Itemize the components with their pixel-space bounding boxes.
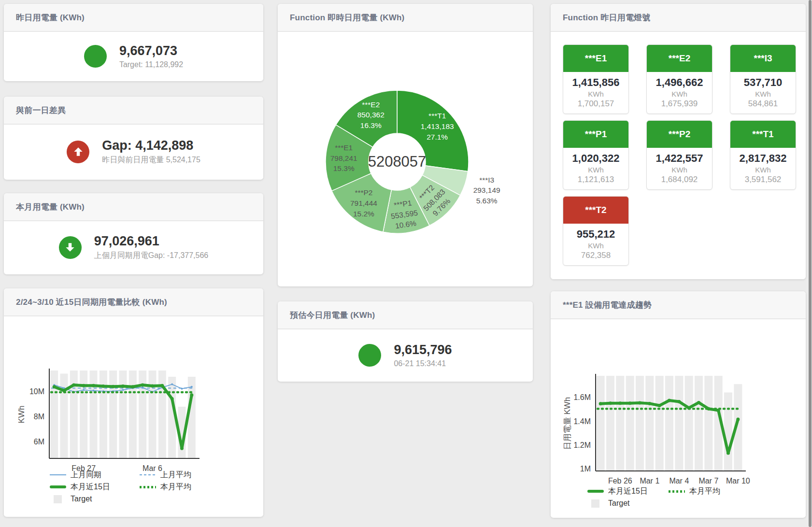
- panel-header: 本月用電量 (KWh): [4, 193, 263, 221]
- target-bar: [158, 370, 166, 458]
- x-tick-label: Mar 7: [698, 477, 718, 485]
- target-bar: [626, 376, 634, 471]
- donut-slice-label: ***E1798,24115.3%: [330, 142, 357, 174]
- compare15-trend-chart[interactable]: 6M8M10MFeb 27Mar 6KWh上月同期上月平均本月近15日本月平均T…: [4, 316, 263, 516]
- legend-label: Target: [71, 495, 92, 503]
- data-point: [83, 389, 85, 391]
- stat-value: 9,615,796: [394, 342, 452, 357]
- tile-body: 537,710KWh584,861: [730, 72, 796, 109]
- target-bar: [645, 376, 654, 471]
- tile-label-badge: ***I3: [730, 45, 796, 72]
- tile-body: 1,415,856KWh1,700,157: [563, 72, 628, 109]
- legend-label: 上月平均: [160, 470, 191, 480]
- legend-swatch-line-thick-icon: [587, 487, 604, 496]
- tile-unit: KWh: [563, 242, 628, 250]
- panel-header: 昨日用電量 (KWh): [4, 4, 263, 32]
- target-bar: [655, 376, 664, 471]
- legend-swatch-dots-icon: [669, 487, 685, 496]
- legend-item[interactable]: 本月平均: [669, 486, 720, 496]
- tile-label-badge: ***E2: [647, 45, 712, 72]
- data-point: [92, 384, 95, 387]
- panel-yesterday-lights: Function 昨日用電燈號 ***E11,415,856KWh1,700,1…: [551, 4, 806, 279]
- legend-swatch-dash-icon: [140, 470, 156, 479]
- vertical-scrollbar[interactable]: [809, 0, 812, 527]
- y-tick-label: 1.4M: [573, 417, 591, 426]
- x-tick-label: Mar 4: [669, 477, 689, 485]
- y-tick-label: 10M: [29, 387, 44, 396]
- status-circle-icon: [84, 45, 107, 68]
- tile-target-value: 3,591,562: [730, 175, 796, 185]
- legend-item[interactable]: 本月平均: [140, 482, 191, 492]
- light-tile: ***E11,415,856KWh1,700,157: [563, 44, 629, 114]
- donut-slice-label: ***P2791,44415.2%: [350, 188, 377, 219]
- donut-slice-label: ***T11,413,18327.1%: [421, 111, 454, 142]
- tile-target-value: 1,675,939: [647, 99, 712, 109]
- data-point: [638, 401, 641, 404]
- panel-realtime-pie: Function 即時日用電量 (KWh) ***T11,413,18327.1…: [278, 4, 533, 286]
- legend-item[interactable]: 本月近15日: [587, 486, 669, 496]
- data-point: [658, 404, 661, 407]
- panel-compare15-chart: 2/24~3/10 近15日同期用電量比較 (KWh) 6M8M10MFeb 2…: [4, 288, 263, 517]
- dashboard: 昨日用電量 (KWh) 9,667,073 Target: 11,128,992…: [0, 0, 812, 527]
- tile-target-value: 762,358: [563, 251, 628, 260]
- legend-swatch-box-icon: [50, 495, 66, 503]
- data-point: [618, 401, 622, 405]
- legend-item[interactable]: Target: [50, 494, 140, 504]
- tile-target-value: 1,684,092: [647, 175, 712, 185]
- panel-yesterday-usage: 昨日用電量 (KWh) 9,667,073 Target: 11,128,992: [4, 4, 263, 81]
- panel-header: 與前一日差異: [4, 97, 263, 125]
- legend-label: Target: [608, 499, 629, 508]
- y-axis-label: KWh: [17, 406, 26, 424]
- target-bar: [636, 376, 644, 471]
- legend-item[interactable]: Target: [587, 499, 669, 508]
- tile-target-value: 1,700,157: [563, 99, 628, 109]
- data-point: [736, 417, 740, 421]
- tile-value: 537,710: [730, 76, 796, 89]
- e1-trend-chart[interactable]: 1M1.2M1.4M1.6MFeb 26Mar 1Mar 4Mar 7Mar 1…: [551, 319, 806, 517]
- tile-label-badge: ***T2: [563, 197, 628, 224]
- y-tick-label: 1.6M: [573, 393, 591, 401]
- data-point: [171, 384, 173, 385]
- tile-label-badge: ***P2: [647, 121, 712, 148]
- target-bar: [80, 370, 87, 458]
- panel-title: 與前一日差異: [16, 105, 66, 116]
- panel-gap-prev-day: 與前一日差異 Gap: 4,142,898 昨日與前日用電量 5,524,175: [4, 97, 263, 180]
- data-point: [190, 393, 193, 397]
- tile-unit: KWh: [730, 166, 796, 174]
- data-point: [131, 385, 134, 388]
- target-bar: [616, 376, 624, 471]
- data-point: [53, 385, 56, 388]
- panel-title: ***E1 設備用電達成趨勢: [563, 299, 652, 311]
- data-point: [180, 447, 184, 450]
- tile-body: 955,212KWh762,358: [563, 224, 628, 260]
- legend-swatch-line-thick-icon: [50, 483, 66, 491]
- legend-item[interactable]: 上月同期: [50, 470, 140, 480]
- legend-swatch-box-icon: [587, 499, 604, 508]
- data-point: [171, 397, 174, 400]
- tile-unit: KWh: [647, 166, 712, 174]
- tile-body: 1,496,662KWh1,675,939: [647, 72, 712, 109]
- panel-header: Function 即時日用電量 (KWh): [278, 4, 533, 32]
- target-bar: [60, 374, 68, 459]
- data-point: [122, 389, 124, 391]
- data-point: [160, 384, 164, 387]
- data-point: [101, 385, 105, 388]
- data-point: [677, 400, 681, 403]
- target-bar: [675, 376, 683, 471]
- donut-slice-label: ***I3293,1495.63%: [473, 175, 500, 206]
- data-point: [727, 452, 730, 455]
- legend-item[interactable]: 本月近15日: [50, 482, 140, 492]
- data-point: [697, 401, 700, 404]
- tile-value: 955,212: [563, 228, 628, 241]
- legend-swatch-dots-icon: [140, 483, 156, 491]
- panel-header: ***E1 設備用電達成趨勢: [551, 291, 806, 319]
- arrow-down-circle-icon: [59, 236, 82, 259]
- data-point: [191, 386, 193, 388]
- tile-body: 2,817,832KWh3,591,562: [730, 148, 796, 185]
- legend-label: 本月近15日: [71, 482, 110, 492]
- realtime-usage-donut-chart[interactable]: ***T11,413,18327.1%***I3293,1495.63%***T…: [278, 32, 533, 285]
- data-point: [112, 385, 115, 388]
- data-point: [609, 401, 612, 405]
- tile-value: 1,422,557: [647, 152, 712, 165]
- legend-item[interactable]: 上月平均: [140, 470, 191, 480]
